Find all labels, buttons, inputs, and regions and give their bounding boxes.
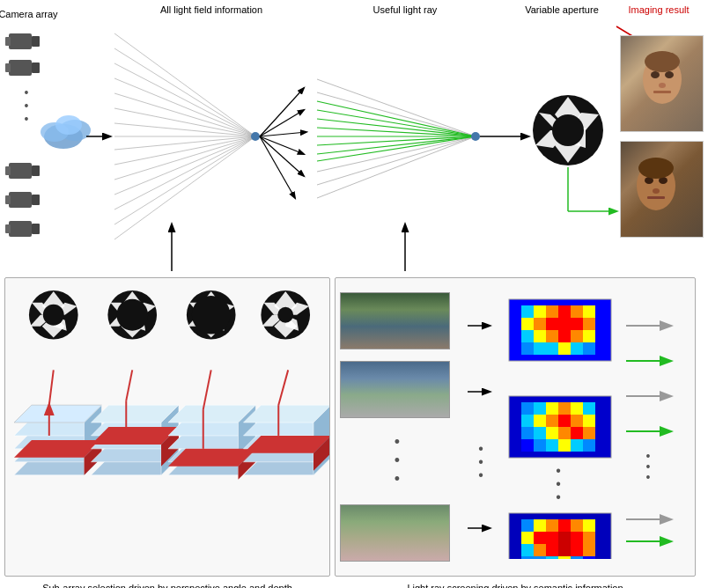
svg-rect-240 [558, 544, 571, 556]
svg-line-44 [260, 88, 304, 136]
svg-point-81 [659, 83, 666, 88]
svg-rect-5 [9, 33, 32, 49]
svg-rect-206 [571, 415, 583, 427]
svg-text:•: • [646, 470, 651, 484]
svg-rect-227 [546, 519, 558, 532]
svg-rect-217 [558, 439, 571, 452]
svg-rect-196 [521, 402, 534, 415]
svg-rect-175 [583, 305, 595, 318]
svg-rect-190 [546, 342, 558, 355]
svg-rect-232 [534, 532, 546, 544]
svg-rect-173 [558, 305, 571, 318]
svg-line-33 [114, 108, 255, 136]
svg-rect-187 [583, 330, 595, 342]
svg-rect-239 [546, 544, 558, 556]
bottom-left-label: Sub-array selection driven by perspectiv… [42, 583, 292, 588]
svg-rect-177 [534, 318, 546, 330]
svg-rect-200 [571, 402, 583, 415]
svg-rect-22 [5, 195, 11, 204]
svg-point-80 [665, 71, 674, 78]
svg-rect-8 [9, 60, 32, 76]
svg-rect-198 [546, 402, 558, 415]
svg-rect-174 [571, 305, 583, 318]
svg-point-63 [471, 132, 480, 141]
svg-rect-215 [534, 439, 546, 452]
bottom-right-panel: ••• • [335, 277, 696, 577]
svg-rect-184 [546, 330, 558, 342]
br-arrows-col: • • • [459, 287, 503, 567]
svg-rect-182 [521, 330, 534, 342]
svg-rect-18 [9, 163, 32, 179]
svg-text:Variable aperture: Variable aperture [525, 4, 599, 15]
svg-text:Useful light ray: Useful light ray [373, 4, 438, 15]
svg-rect-181 [583, 318, 595, 330]
svg-rect-193 [583, 342, 595, 355]
svg-line-132 [49, 370, 54, 405]
svg-rect-242 [583, 544, 595, 556]
svg-rect-233 [546, 532, 558, 544]
svg-rect-82 [653, 91, 671, 93]
svg-rect-88 [647, 196, 665, 199]
svg-text:•: • [25, 112, 29, 126]
bottom-left-panel: Sub-array selection driven by perspectiv… [4, 277, 330, 577]
bottom-left-svg [5, 278, 329, 576]
svg-rect-178 [546, 318, 558, 330]
svg-rect-199 [558, 402, 571, 415]
svg-rect-171 [534, 305, 546, 318]
svg-text:•: • [478, 467, 483, 482]
svg-line-152 [203, 370, 211, 409]
svg-rect-205 [558, 415, 571, 427]
svg-rect-20 [32, 165, 40, 176]
svg-text:All light field information: All light field information [160, 4, 262, 15]
top-diagram-svg: Camera array All light field information… [0, 0, 708, 273]
svg-line-142 [126, 370, 132, 401]
svg-line-29 [114, 48, 255, 136]
br-maps: • • • [507, 287, 613, 567]
svg-rect-180 [571, 318, 583, 330]
svg-rect-204 [546, 415, 558, 427]
svg-rect-23 [32, 195, 40, 205]
svg-text:•: • [25, 85, 29, 99]
svg-rect-202 [521, 415, 534, 427]
svg-point-17 [55, 115, 82, 135]
svg-rect-214 [521, 439, 534, 452]
br-photo-3 [340, 504, 450, 562]
imaging-result-area [620, 35, 699, 273]
svg-rect-26 [32, 224, 40, 234]
svg-rect-246 [558, 556, 571, 559]
svg-rect-244 [534, 556, 546, 559]
br-photo-2 [340, 361, 450, 418]
svg-text:Imaging result: Imaging result [628, 4, 689, 15]
svg-line-48 [260, 136, 304, 176]
svg-point-83 [645, 51, 680, 72]
svg-point-72 [552, 114, 584, 146]
br-photo-1 [340, 292, 450, 349]
svg-rect-186 [571, 330, 583, 342]
svg-rect-24 [9, 221, 32, 237]
svg-rect-219 [583, 439, 595, 452]
svg-rect-231 [521, 532, 534, 544]
svg-rect-191 [558, 342, 571, 355]
svg-rect-185 [558, 330, 571, 342]
svg-line-47 [260, 136, 304, 154]
svg-rect-225 [521, 519, 534, 532]
svg-rect-172 [546, 305, 558, 318]
svg-rect-213 [583, 427, 595, 439]
result-image-2 [620, 141, 704, 238]
svg-rect-183 [534, 330, 546, 342]
svg-rect-176 [521, 318, 534, 330]
svg-line-37 [114, 136, 255, 165]
svg-text:•: • [556, 489, 561, 504]
svg-line-39 [114, 136, 255, 195]
svg-point-97 [43, 305, 64, 326]
bottom-section: Sub-array selection driven by perspectiv… [0, 273, 708, 588]
svg-rect-216 [546, 439, 558, 452]
svg-line-31 [114, 78, 255, 136]
svg-line-62 [317, 136, 476, 161]
svg-line-42 [114, 136, 255, 239]
svg-rect-241 [571, 544, 583, 556]
svg-rect-203 [534, 415, 546, 427]
svg-rect-237 [521, 544, 534, 556]
svg-rect-226 [534, 519, 546, 532]
svg-rect-21 [9, 192, 32, 208]
